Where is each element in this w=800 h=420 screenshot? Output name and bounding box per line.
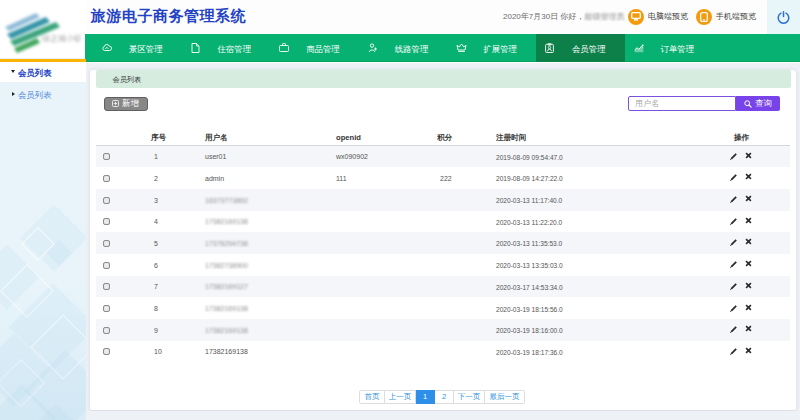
svg-text:绿之城小镇: 绿之城小镇 — [41, 34, 80, 43]
